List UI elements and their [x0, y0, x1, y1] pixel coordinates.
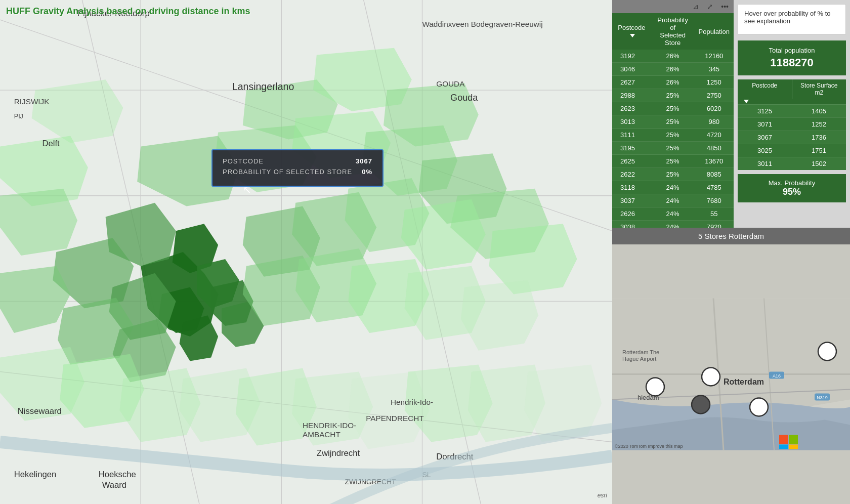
- store-surface-header: Postcode Store Surface m2: [738, 79, 846, 99]
- mini-map-canvas[interactable]: A16 N319 Rotterdam hiedam Rotterdam The …: [612, 244, 850, 504]
- map-title: HUFF Gravity Analysis based on driving d…: [6, 6, 250, 17]
- svg-text:A16: A16: [773, 373, 781, 379]
- table-row[interactable]: 3118 24% 4785: [612, 181, 734, 194]
- table-row[interactable]: 2626 24% 55: [612, 207, 734, 221]
- table-row[interactable]: 3037 24% 7680: [612, 194, 734, 207]
- cell-postcode: 3046: [612, 63, 651, 76]
- cell-probability: 24%: [651, 221, 695, 228]
- tooltip-probability-row: PROBABILITY OF SELECTED STORE 0%: [223, 168, 372, 176]
- table-row[interactable]: 3046 26% 345: [612, 63, 734, 76]
- esri-attribution: esri: [598, 492, 607, 499]
- cell-population: 12160: [695, 50, 734, 63]
- ss-surface: 1751: [792, 144, 846, 157]
- svg-text:Hendrik-Ido-: Hendrik-Ido-: [391, 398, 433, 406]
- table-row[interactable]: 3111 25% 4720: [612, 129, 734, 142]
- cell-population: 55: [695, 207, 734, 221]
- cell-postcode: 3192: [612, 50, 651, 63]
- cell-population: 7680: [695, 194, 734, 207]
- table-row[interactable]: 2988 25% 2750: [612, 89, 734, 102]
- svg-text:PIJ: PIJ: [14, 113, 23, 120]
- svg-text:Waddinxveen Bodegraven-Reeuwij: Waddinxveen Bodegraven-Reeuwij: [422, 20, 542, 28]
- cell-probability: 24%: [651, 181, 695, 194]
- cell-population: 345: [695, 63, 734, 76]
- store-surface-sort: [738, 99, 846, 104]
- table-row[interactable]: 2622 25% 8085: [612, 168, 734, 181]
- svg-point-99: [692, 396, 710, 414]
- store-surface-row[interactable]: 3011 1502: [738, 157, 846, 170]
- svg-rect-104: [779, 445, 788, 449]
- mini-map-title: 5 Stores Rotterdam: [612, 228, 850, 244]
- ss-postcode: 3071: [738, 118, 792, 131]
- cell-probability: 25%: [651, 155, 695, 168]
- cell-probability: 24%: [651, 207, 695, 221]
- store-surface-row[interactable]: 3125 1405: [738, 104, 846, 117]
- store-surface-col-postcode: Postcode: [738, 79, 792, 99]
- store-surface-row[interactable]: 3067 1736: [738, 131, 846, 144]
- store-surface-sort-icon: [744, 100, 749, 103]
- filter-icon[interactable]: ⊿: [691, 2, 701, 12]
- store-surface-row[interactable]: 3071 1252: [738, 117, 846, 131]
- svg-rect-105: [789, 445, 798, 449]
- table-row[interactable]: 3013 25% 980: [612, 115, 734, 129]
- col-population[interactable]: Population: [695, 13, 734, 50]
- expand-icon[interactable]: ⤢: [705, 2, 715, 12]
- cell-postcode: 2627: [612, 76, 651, 89]
- ss-surface: 1502: [792, 157, 846, 170]
- cell-population: 7920: [695, 221, 734, 228]
- svg-text:Delft: Delft: [42, 139, 60, 148]
- cell-postcode: 2988: [612, 89, 651, 102]
- max-probability-box: Max. Probability 95%: [738, 174, 846, 202]
- main-layout: HUFF Gravity Analysis based on driving d…: [0, 0, 850, 504]
- cell-probability: 26%: [651, 63, 695, 76]
- mini-map-svg: A16 N319 Rotterdam hiedam Rotterdam The …: [612, 244, 850, 504]
- col-probability[interactable]: Probability ofSelected Store: [651, 13, 695, 50]
- table-row[interactable]: 3195 25% 4850: [612, 142, 734, 155]
- svg-text:AMBACHT: AMBACHT: [303, 430, 341, 439]
- cell-probability: 24%: [651, 194, 695, 207]
- svg-text:Rotterdam: Rotterdam: [724, 377, 764, 386]
- svg-point-101: [818, 343, 836, 361]
- map-area[interactable]: HUFF Gravity Analysis based on driving d…: [0, 0, 612, 504]
- cell-postcode: 3111: [612, 129, 651, 142]
- table-row[interactable]: 2625 25% 13670: [612, 155, 734, 168]
- svg-rect-102: [779, 435, 788, 444]
- sort-arrow-icon: [630, 34, 635, 37]
- tooltip-postcode-value: 3067: [356, 157, 372, 165]
- cell-population: 2750: [695, 89, 734, 102]
- cell-probability: 26%: [651, 76, 695, 89]
- svg-text:GOUDA: GOUDA: [436, 79, 465, 88]
- table-row[interactable]: 3038 24% 7920: [612, 221, 734, 228]
- total-population-label: Total population: [744, 47, 840, 54]
- hover-hint-box: Hover over probability of % to see expla…: [738, 4, 846, 34]
- cell-probability: 25%: [651, 115, 695, 129]
- svg-text:PAPENDRECHT: PAPENDRECHT: [366, 414, 423, 423]
- total-population-value: 1188270: [744, 56, 840, 69]
- cell-population: 4850: [695, 142, 734, 155]
- cell-population: 13670: [695, 155, 734, 168]
- store-surface-col-surface: Store Surface m2: [792, 79, 846, 99]
- cell-postcode: 2626: [612, 207, 651, 221]
- table-row[interactable]: 3192 26% 12160: [612, 50, 734, 63]
- svg-text:Nissewaard: Nissewaard: [18, 406, 62, 416]
- right-panel: ⊿ ⤢ ••• Postcode Probability ofSelec: [612, 0, 850, 504]
- more-icon[interactable]: •••: [719, 2, 731, 12]
- total-population-box: Total population 1188270: [738, 40, 846, 75]
- svg-point-97: [646, 378, 664, 396]
- table-row[interactable]: 2627 26% 1250: [612, 76, 734, 89]
- postcode-table: Postcode Probability ofSelected Store Po…: [612, 13, 734, 228]
- ss-surface: 1736: [792, 131, 846, 144]
- table-row[interactable]: 2623 25% 6020: [612, 102, 734, 115]
- svg-text:RIJSWIJK: RIJSWIJK: [14, 97, 50, 106]
- tooltip-postcode-label: POSTCODE: [223, 157, 264, 165]
- cell-postcode: 3195: [612, 142, 651, 155]
- ss-postcode: 3011: [738, 157, 792, 170]
- col-postcode[interactable]: Postcode: [612, 13, 651, 50]
- cell-population: 6020: [695, 102, 734, 115]
- store-surface-row[interactable]: 3025 1751: [738, 144, 846, 157]
- info-panel: Hover over probability of % to see expla…: [734, 0, 850, 228]
- cell-population: 980: [695, 115, 734, 129]
- cell-postcode: 2625: [612, 155, 651, 168]
- svg-text:Gouda: Gouda: [450, 93, 478, 103]
- max-probability-label: Max. Probability: [743, 179, 841, 187]
- mini-map-section: 5 Stores Rotterdam A: [612, 228, 850, 504]
